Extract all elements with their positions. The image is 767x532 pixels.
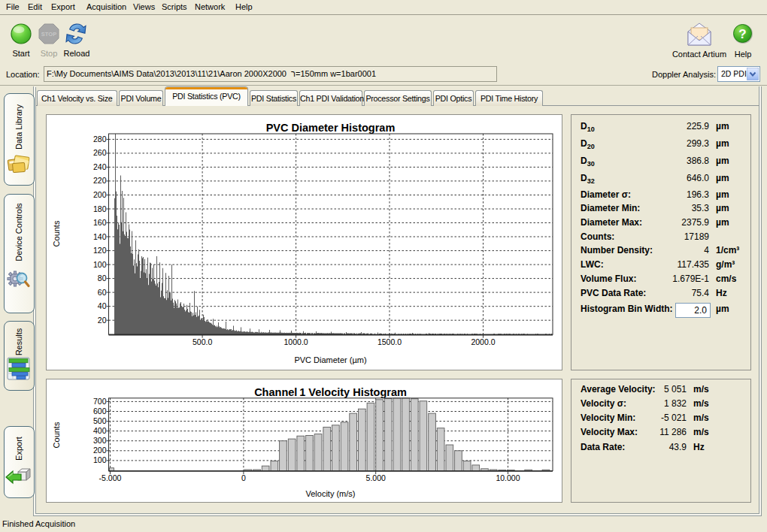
svg-text:0: 0 xyxy=(241,473,246,482)
svg-text:180: 180 xyxy=(93,204,107,213)
svg-text:Results: Results xyxy=(14,328,23,355)
svg-text:260: 260 xyxy=(93,148,107,157)
svg-text:Channel 1 Velocity Histogram: Channel 1 Velocity Histogram xyxy=(254,386,407,398)
svg-text:220: 220 xyxy=(93,176,107,185)
svg-text:500.0: 500.0 xyxy=(193,337,212,346)
svg-text:700: 700 xyxy=(93,397,107,406)
svg-text:20: 20 xyxy=(98,316,107,325)
svg-text:500: 500 xyxy=(93,416,107,425)
svg-text:10.000: 10.000 xyxy=(496,473,520,482)
svg-text:PVC Diameter Histogram: PVC Diameter Histogram xyxy=(266,122,396,134)
svg-text:Device Controls: Device Controls xyxy=(14,203,23,261)
svg-text:?: ? xyxy=(738,27,746,41)
svg-text:120: 120 xyxy=(93,246,107,255)
svg-text:Velocity (m/s): Velocity (m/s) xyxy=(305,489,355,498)
svg-text:80: 80 xyxy=(98,274,107,283)
svg-text:600: 600 xyxy=(93,407,107,416)
svg-text:-5.000: -5.000 xyxy=(99,473,122,482)
svg-text:5.000: 5.000 xyxy=(366,473,386,482)
svg-text:STOP: STOP xyxy=(41,31,56,38)
svg-text:140: 140 xyxy=(93,232,107,241)
svg-text:100: 100 xyxy=(93,260,107,269)
svg-text:100: 100 xyxy=(93,455,107,464)
svg-text:300: 300 xyxy=(93,436,107,445)
svg-text:Export: Export xyxy=(14,437,23,461)
svg-text:160: 160 xyxy=(93,218,107,227)
svg-text:Counts: Counts xyxy=(52,220,61,246)
svg-text:Data Library: Data Library xyxy=(14,104,23,150)
svg-text:1500.0: 1500.0 xyxy=(377,337,402,346)
svg-text:1000.0: 1000.0 xyxy=(284,337,308,346)
svg-text:280: 280 xyxy=(93,135,107,144)
svg-text:240: 240 xyxy=(93,162,107,171)
svg-text:2000.0: 2000.0 xyxy=(471,337,495,346)
svg-text:PVC Diameter (µm): PVC Diameter (µm) xyxy=(294,355,366,364)
svg-text:60: 60 xyxy=(98,288,107,297)
svg-text:Counts: Counts xyxy=(52,422,61,448)
svg-text:400: 400 xyxy=(93,426,107,435)
svg-text:200: 200 xyxy=(93,190,107,199)
svg-text:40: 40 xyxy=(98,301,107,310)
svg-text:200: 200 xyxy=(93,446,107,455)
